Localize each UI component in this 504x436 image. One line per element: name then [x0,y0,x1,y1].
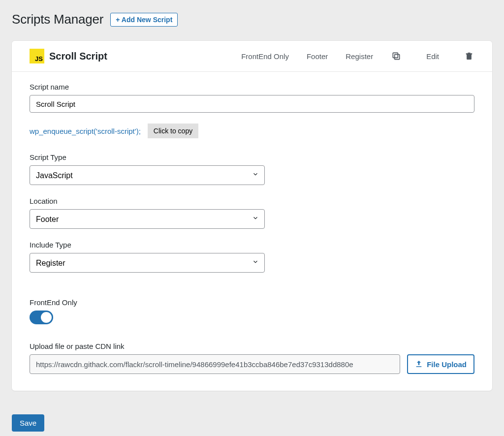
file-upload-label: File Upload [427,360,467,369]
svg-rect-1 [393,53,398,58]
page-title: Scripts Manager [12,12,103,27]
copy-icon[interactable] [391,51,402,62]
include-type-select[interactable]: Register [30,253,265,273]
page-header: Scripts Manager + Add New Script [12,12,492,27]
script-title: Scroll Script [49,51,107,62]
script-name-label: Script name [30,83,474,91]
meta-location: Footer [307,52,328,61]
frontend-only-label: FrontEnd Only [30,298,474,307]
file-upload-button[interactable]: File Upload [407,354,474,374]
script-name-input[interactable] [30,95,474,113]
copy-snippet-button[interactable]: Click to copy [148,124,198,138]
script-type-select[interactable]: JavaScript [30,165,265,185]
include-type-label: Include Type [30,241,474,249]
edit-button[interactable]: Edit [426,52,439,61]
cdn-input[interactable] [30,354,400,374]
location-select[interactable]: Footer [30,209,265,229]
script-card: JS Scroll Script FrontEnd Only Footer Re… [12,41,492,391]
frontend-only-toggle[interactable] [30,311,53,324]
meta-scope: FrontEnd Only [241,52,289,61]
script-card-body: Script name wp_enqueue_script('scroll-sc… [12,72,492,391]
enqueue-snippet: wp_enqueue_script('scroll-script'); [30,127,141,135]
meta-include-type: Register [346,52,373,61]
script-type-label: Script Type [30,153,474,161]
svg-rect-0 [395,55,400,60]
trash-icon[interactable] [464,51,474,62]
js-badge-icon: JS [30,49,44,63]
location-label: Location [30,197,474,205]
script-card-header: JS Scroll Script FrontEnd Only Footer Re… [12,41,492,72]
save-button[interactable]: Save [12,414,44,432]
add-new-script-button[interactable]: + Add New Script [110,13,178,27]
upload-icon [415,360,423,369]
cdn-label: Upload file or paste CDN link [30,342,474,350]
